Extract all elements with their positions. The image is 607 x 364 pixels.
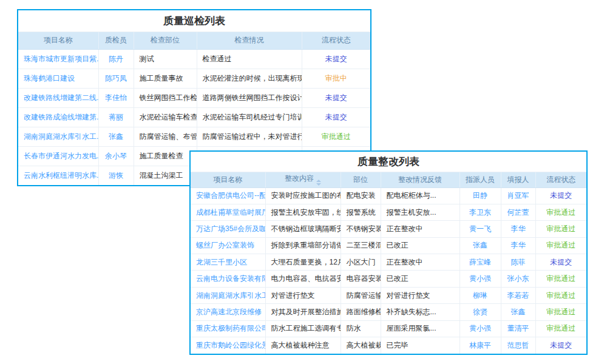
part-cell: 高大植被栽种: [341, 337, 381, 354]
assignee-cell: 林康平: [459, 337, 501, 354]
rectify-feedback-cell: 正在整改中: [381, 254, 459, 271]
flow-status-cell: 未提交: [535, 254, 586, 271]
rectify-table-title: 质量整改列表: [191, 152, 586, 172]
flow-status-cell: 未提交: [302, 88, 370, 107]
part-cell: 不锈钢安装...: [341, 221, 381, 237]
inspector-cell: 张鑫: [98, 127, 134, 146]
rectify-feedback-cell: 报警主机安放...: [381, 204, 459, 220]
project-name-cell[interactable]: 成都杜甫草堂临时展厅独立展...: [191, 204, 265, 220]
check-part-cell: 施工质量检查: [134, 146, 197, 166]
flow-status-cell: 审批通过: [535, 271, 586, 287]
project-name-cell[interactable]: 安徽合肥供电公司--配电设备...: [191, 187, 265, 204]
check-result-cell: 检查通过: [197, 49, 302, 69]
part-cell: 小区大门: [341, 254, 381, 271]
rectify-feedback-cell: 屋面采用聚氯...: [381, 320, 459, 337]
rectify-content-cell: 电力电容器、电抗器安装方案,...: [265, 271, 341, 287]
part-cell: 配电安装: [341, 187, 381, 204]
flow-status-cell: 审批通过: [535, 204, 586, 220]
rectify-content-cell: 对其及时开展整治措施，桥头...: [265, 304, 341, 320]
project-name-cell[interactable]: 长春市伊通河水力发电...: [18, 146, 98, 166]
check-part-cell: 铁丝网围挡工作检查: [134, 88, 197, 107]
part-cell: 报警系统: [341, 204, 381, 220]
inspection-header-row: 项目名称质检员检查部位检查情况流程状态: [18, 32, 370, 49]
table-row: 京沪高速北京段维修对其及时开展整治措施，桥头...路面维修检...补齐缺失标志.…: [191, 304, 586, 320]
flow-status-cell: 审批通过: [535, 320, 586, 337]
flow-status-cell: 未提交: [535, 187, 586, 204]
table-row: 湖南洞庭湖水库引水工程施工标对管进行垫支防腐管运输...对管进行垫支柳琳李若若审…: [191, 287, 586, 303]
assignee-cell: 黄小强: [459, 271, 501, 287]
rectify-feedback-cell: 正在整改中: [381, 221, 459, 237]
column-header-check-result: 检查情况: [197, 32, 302, 49]
project-name-cell[interactable]: 云南电力设备安装有限公司20...: [191, 271, 265, 287]
table-row: 万达广场35#会所及咖啡厅空...不锈钢边框玻璃隔断安装不牢...不锈钢安装..…: [191, 221, 586, 237]
table-row: 安徽合肥供电公司--配电设备...安装时应按施工图的布置，将...配电安装配电柜…: [191, 187, 586, 204]
flow-status-cell: 审批通过: [535, 221, 586, 237]
assignee-cell: 徐贤: [459, 304, 501, 320]
rectify-content-cell: 拆除到承重墙部分请做好加固...: [265, 237, 341, 254]
project-name-cell[interactable]: 改建铁路线增建第二线...: [18, 88, 98, 107]
project-name-cell[interactable]: 湖南洞庭湖水库引水工...: [18, 127, 98, 146]
project-name-cell[interactable]: 螺丝厂办公室装饰: [191, 237, 265, 254]
rectify-table-panel: 质量整改列表 项目名称整改内容部位整改情况反馈指派人员填报人流程状态 安徽合肥供…: [189, 150, 588, 355]
check-part-cell: 施工质量事故: [134, 69, 197, 88]
inspector-cell: 余小琴: [98, 146, 134, 166]
part-cell: 电容器安装...: [341, 271, 381, 287]
reporter-cell: 范思哲: [501, 337, 535, 354]
rectify-content-cell: 高大植被栽种注意: [265, 337, 341, 354]
column-header-check-part: 检查部位: [134, 32, 197, 49]
assignee-cell: 李卫东: [459, 204, 501, 220]
rectify-table: 项目名称整改内容部位整改情况反馈指派人员填报人流程状态 安徽合肥供电公司--配电…: [191, 172, 586, 354]
rectify-feedback-cell: 补齐缺失标志...: [381, 304, 459, 320]
column-header-project-name: 项目名称: [18, 32, 98, 49]
project-name-cell[interactable]: 改建铁路成渝线增建第...: [18, 107, 98, 127]
inspector-cell: 陈巧凤: [98, 69, 134, 88]
table-row: 改建铁路成渝线增建第...蒋丽水泥砼运输车检查水泥砼运输车司机经过专门培训...…: [18, 107, 370, 127]
table-row: 重庆太极制药有限公司亳州中...防水工程施工选调有专业资质...防水屋面采用聚氯…: [191, 320, 586, 337]
flow-status-cell: 审批通过: [535, 304, 586, 320]
reporter-cell: 张鑫: [501, 304, 535, 320]
rectify-content-cell: 报警主机安放牢固，线缆连接...: [265, 204, 341, 220]
column-header-inspector: 质检员: [98, 32, 134, 49]
flow-status-cell: 审批中: [302, 69, 370, 88]
column-header-rectify-content[interactable]: 整改内容: [265, 172, 341, 187]
inspector-cell: 游恢: [98, 166, 134, 185]
table-row: 成都杜甫草堂临时展厅独立展...报警主机安放牢固，线缆连接...报警系统报警主机…: [191, 204, 586, 220]
column-header-assignee: 指派人员: [459, 172, 501, 187]
project-name-cell[interactable]: 龙湖三千里小区: [191, 254, 265, 271]
assignee-cell: 柳琳: [459, 287, 501, 303]
rectify-content-cell: 大理石质量更换，12月31日之...: [265, 254, 341, 271]
reporter-cell: 张小东: [501, 271, 535, 287]
project-name-cell[interactable]: 珠海市城市更新项目紫...: [18, 49, 98, 69]
reporter-cell: 李若若: [501, 287, 535, 303]
column-header-flow-status: 流程状态: [302, 32, 370, 49]
rectify-feedback-cell: 已改正: [381, 271, 459, 287]
project-name-cell[interactable]: 万达广场35#会所及咖啡厅空...: [191, 221, 265, 237]
table-row: 湖南洞庭湖水库引水工...张鑫防腐管运输、布管防腐管运输过程中，未对管进行...…: [18, 127, 370, 146]
flow-status-cell: 未提交: [302, 107, 370, 127]
project-name-cell[interactable]: 湖南洞庭湖水库引水工程施工标: [191, 287, 265, 303]
rectify-feedback-cell: 配电柜柜体与...: [381, 187, 459, 204]
sort-icon[interactable]: [316, 180, 321, 186]
inspector-cell: 陈丹: [98, 49, 134, 69]
project-name-cell[interactable]: 重庆太极制药有限公司亳州中...: [191, 320, 265, 337]
project-name-cell[interactable]: 京沪高速北京段维修: [191, 304, 265, 320]
flow-status-cell: 审批通过: [535, 237, 586, 254]
table-row: 珠海鹤港口建设陈巧凤施工质量事故水泥砼灌注的时候，出现离析现象审批中: [18, 69, 370, 88]
table-row: 重庆市鹅岭公园绿化景观提升...高大植被栽种注意高大植被栽种已完毕林康平范思哲未…: [191, 337, 586, 354]
rectify-feedback-cell: 已改正: [381, 237, 459, 254]
project-name-cell[interactable]: 重庆市鹅岭公园绿化景观提升...: [191, 337, 265, 354]
project-name-cell[interactable]: 云南水利枢纽潜明水库...: [18, 166, 98, 185]
flow-status-cell: 审批通过: [535, 287, 586, 303]
check-result-cell: 水泥砼灌注的时候，出现离析现象: [197, 69, 302, 88]
check-result-cell: 道路两侧铁丝网围挡工作按设计...: [197, 88, 302, 107]
table-row: 龙湖三千里小区大理石质量更换，12月31日之...小区大门正在整改中薛宝峰陈菲未…: [191, 254, 586, 271]
check-part-cell: 测试: [134, 49, 197, 69]
flow-status-cell: 未提交: [302, 49, 370, 69]
check-result-cell: 水泥砼运输车司机经过专门培训...: [197, 107, 302, 127]
assignee-cell: 田静: [459, 187, 501, 204]
assignee-cell: 黄一飞: [459, 221, 501, 237]
table-row: 螺丝厂办公室装饰拆除到承重墙部分请做好加固...二至三楼混...已改正张鑫李华审…: [191, 237, 586, 254]
project-name-cell[interactable]: 珠海鹤港口建设: [18, 69, 98, 88]
flow-status-cell: 审批通过: [302, 127, 370, 146]
part-cell: 防水: [341, 320, 381, 337]
